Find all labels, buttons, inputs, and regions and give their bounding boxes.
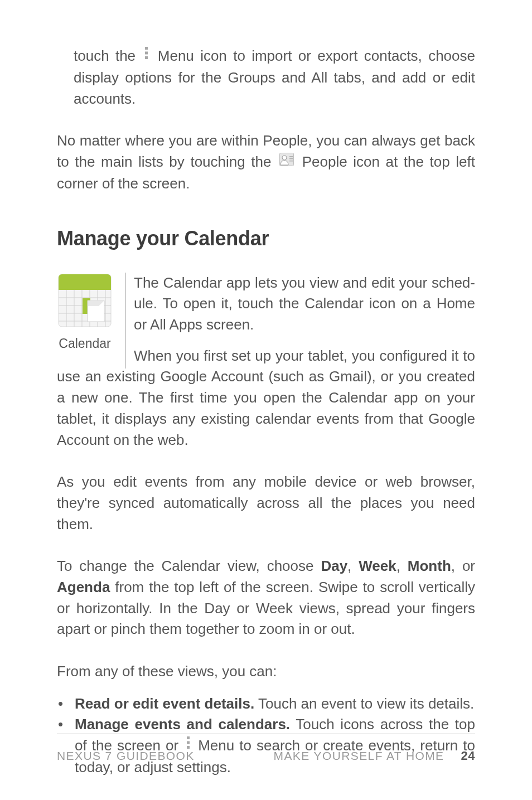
svg-rect-1 [145, 52, 148, 55]
page-footer: NEXUS 7 GUIDEBOOK MAKE YOURSELF AT HOME … [57, 734, 475, 763]
footer-section: MAKE YOURSELF AT HOME [274, 749, 444, 763]
paragraph-sync: As you edit events from any mobile devic… [57, 472, 475, 535]
bold-day: Day [321, 557, 347, 574]
svg-rect-0 [145, 47, 148, 50]
text: touch the [74, 47, 142, 64]
svg-rect-2 [145, 56, 148, 59]
list-bold: Read or edit event details. [75, 695, 254, 712]
paragraph-views: To change the Calendar view, choose Day,… [57, 556, 475, 640]
footer-right-group: MAKE YOURSELF AT HOME 24 [274, 749, 475, 763]
svg-rect-10 [59, 287, 111, 290]
bold-week: Week [359, 557, 396, 574]
calendar-figure-wrap: Calendar The Calendar app lets you view … [57, 273, 475, 451]
calendar-flow: When you first set up your tablet, you c… [57, 346, 475, 450]
paragraph-contacts-menu: touch the Menu icon to import or export … [74, 46, 475, 109]
paragraph-people-icon: No matter where you are within People, y… [57, 130, 475, 194]
calendar-section: Calendar The Calendar app lets you view … [57, 273, 475, 472]
text: from the top left of the screen. Swipe t… [57, 579, 475, 637]
bold-month: Month [408, 557, 451, 574]
calendar-caption: Calendar [57, 336, 113, 351]
section-heading: Manage your Calendar [57, 227, 475, 250]
svg-rect-6 [289, 158, 293, 159]
svg-point-4 [282, 156, 287, 160]
paragraph-from-any: From any of these views, you can: [57, 661, 475, 682]
menu-icon [144, 45, 149, 66]
people-icon [279, 151, 294, 172]
list-bold: Manage events and calendars. [75, 716, 290, 733]
bold-agenda: Agen­da [57, 579, 110, 595]
text: , or [451, 557, 475, 574]
svg-rect-5 [289, 156, 293, 157]
list-item: Read or edit event details. Touch an eve… [57, 694, 475, 715]
text: , [396, 557, 408, 574]
calendar-figure: Calendar [57, 273, 124, 351]
text: , [347, 557, 359, 574]
footer-left: NEXUS 7 GUIDEBOOK [57, 749, 195, 763]
text: Touch an event to view its details. [254, 695, 474, 712]
text: To change the Calendar view, choose [57, 557, 321, 574]
svg-rect-7 [289, 161, 293, 162]
page-number: 24 [461, 749, 475, 763]
calendar-icon [57, 321, 113, 330]
figure-divider [125, 273, 125, 369]
